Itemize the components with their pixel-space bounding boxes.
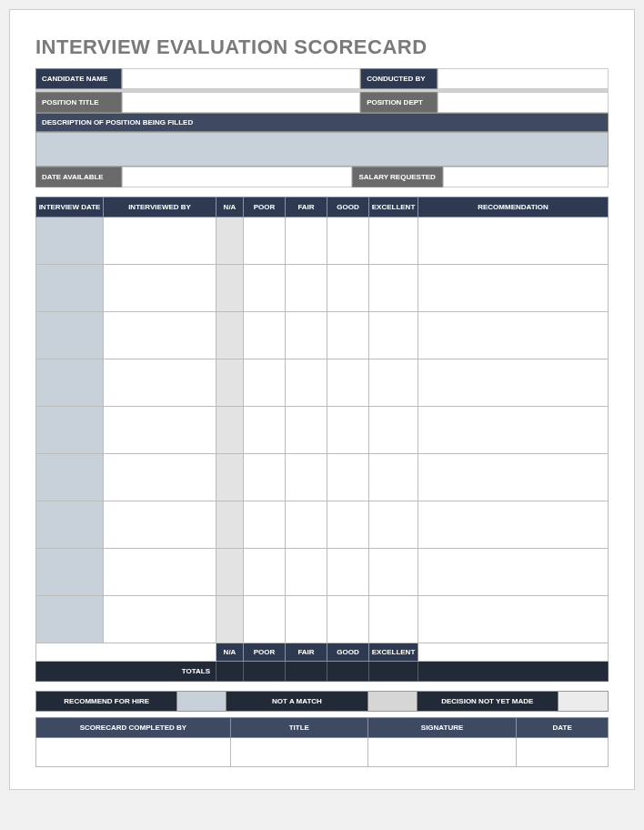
cell-excellent[interactable]: [369, 407, 418, 454]
cell-fair[interactable]: [286, 596, 327, 643]
decision-not-yet-box[interactable]: [558, 692, 608, 711]
cell-date[interactable]: [36, 501, 104, 549]
cell-excellent[interactable]: [369, 596, 418, 643]
cell-date[interactable]: [36, 218, 104, 265]
cell-good[interactable]: [327, 359, 369, 407]
cell-by[interactable]: [104, 312, 216, 359]
cell-rec[interactable]: [418, 596, 609, 643]
cell-good[interactable]: [327, 454, 369, 501]
cell-poor[interactable]: [244, 501, 286, 549]
cell-poor[interactable]: [244, 218, 286, 265]
cell-rec[interactable]: [418, 359, 609, 407]
cell-fair[interactable]: [286, 549, 327, 596]
cell-na[interactable]: [216, 407, 244, 454]
cell-good[interactable]: [327, 407, 369, 454]
cell-excellent[interactable]: [369, 265, 418, 312]
cell-fair[interactable]: [286, 501, 327, 549]
cell-good[interactable]: [327, 218, 369, 265]
cell-fair[interactable]: [286, 359, 327, 407]
cell-by[interactable]: [104, 359, 216, 407]
conducted-by-input[interactable]: [438, 68, 609, 89]
cell-by[interactable]: [104, 549, 216, 596]
table-row: [36, 265, 609, 312]
cell-poor[interactable]: [244, 407, 286, 454]
description-input[interactable]: [35, 132, 609, 167]
cell-na[interactable]: [216, 454, 244, 501]
cell-poor[interactable]: [244, 454, 286, 501]
not-a-match-box[interactable]: [368, 692, 418, 711]
col-na: N/A: [216, 197, 244, 218]
cell-excellent[interactable]: [369, 454, 418, 501]
cell-fair[interactable]: [286, 454, 327, 501]
completed-by-input[interactable]: [36, 738, 231, 767]
cell-rec[interactable]: [418, 265, 609, 312]
col-signature: SIGNATURE: [367, 718, 517, 738]
cell-by[interactable]: [104, 501, 216, 549]
cell-excellent[interactable]: [369, 312, 418, 359]
cell-rec[interactable]: [418, 454, 609, 501]
cell-date[interactable]: [36, 549, 104, 596]
cell-fair[interactable]: [286, 407, 327, 454]
cell-date[interactable]: [36, 312, 104, 359]
cell-date[interactable]: [36, 596, 104, 643]
candidate-name-input[interactable]: [122, 68, 360, 89]
recommend-for-hire-box[interactable]: [177, 692, 226, 711]
cell-na[interactable]: [216, 218, 244, 265]
cell-by[interactable]: [104, 596, 216, 643]
date-available-label: DATE AVAILABLE: [35, 167, 122, 187]
cell-excellent[interactable]: [369, 218, 418, 265]
cell-rec[interactable]: [418, 501, 609, 549]
position-dept-input[interactable]: [438, 92, 609, 113]
total-fair[interactable]: [286, 662, 327, 682]
cell-date[interactable]: [36, 265, 104, 312]
cell-poor[interactable]: [244, 312, 286, 359]
cell-rec[interactable]: [418, 549, 609, 596]
cell-poor[interactable]: [244, 549, 286, 596]
cell-rec[interactable]: [418, 218, 609, 265]
cell-good[interactable]: [327, 265, 369, 312]
cell-good[interactable]: [327, 312, 369, 359]
cell-by[interactable]: [104, 265, 216, 312]
col-poor: POOR: [244, 197, 286, 218]
total-good[interactable]: [327, 662, 369, 682]
cell-na[interactable]: [216, 265, 244, 312]
cell-na[interactable]: [216, 596, 244, 643]
date-available-input[interactable]: [122, 167, 352, 187]
salary-requested-input[interactable]: [443, 167, 609, 187]
cell-fair[interactable]: [286, 312, 327, 359]
cell-na[interactable]: [216, 359, 244, 407]
cell-excellent[interactable]: [369, 359, 418, 407]
document-page: INTERVIEW EVALUATION SCORECARD CANDIDATE…: [9, 9, 635, 790]
cell-by[interactable]: [104, 218, 216, 265]
cell-by[interactable]: [104, 454, 216, 501]
cell-excellent[interactable]: [369, 549, 418, 596]
cell-na[interactable]: [216, 501, 244, 549]
cell-fair[interactable]: [286, 218, 327, 265]
cell-good[interactable]: [327, 501, 369, 549]
total-rec[interactable]: [418, 662, 609, 682]
cell-good[interactable]: [327, 596, 369, 643]
cell-poor[interactable]: [244, 359, 286, 407]
cell-by[interactable]: [104, 407, 216, 454]
signature-input[interactable]: [367, 738, 517, 767]
total-poor[interactable]: [244, 662, 286, 682]
title-input[interactable]: [230, 738, 367, 767]
position-title-input[interactable]: [122, 92, 360, 113]
cell-date[interactable]: [36, 454, 104, 501]
date-input[interactable]: [517, 738, 609, 767]
cell-date[interactable]: [36, 359, 104, 407]
cell-excellent[interactable]: [369, 501, 418, 549]
cell-na[interactable]: [216, 312, 244, 359]
cell-poor[interactable]: [244, 265, 286, 312]
cell-fair[interactable]: [286, 265, 327, 312]
cell-rec[interactable]: [418, 312, 609, 359]
cell-na[interactable]: [216, 549, 244, 596]
cell-rec[interactable]: [418, 407, 609, 454]
cell-poor[interactable]: [244, 596, 286, 643]
sub-good: GOOD: [327, 643, 369, 662]
total-na[interactable]: [216, 662, 244, 682]
col-completed-by: SCORECARD COMPLETED BY: [36, 718, 231, 738]
cell-date[interactable]: [36, 407, 104, 454]
total-excellent[interactable]: [369, 662, 418, 682]
cell-good[interactable]: [327, 549, 369, 596]
